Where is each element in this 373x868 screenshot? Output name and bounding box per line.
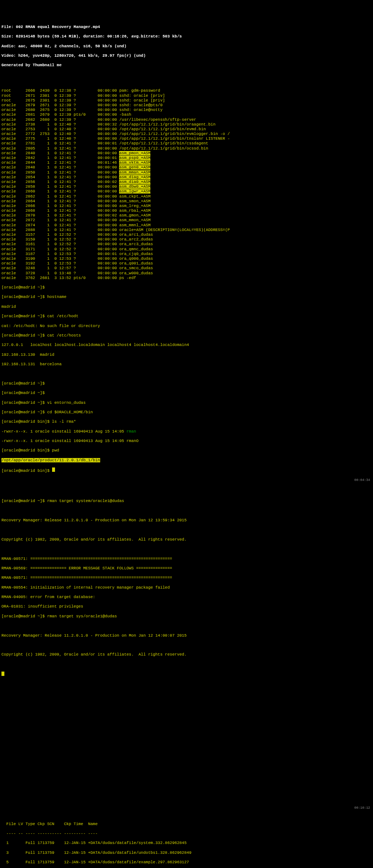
cursor-icon	[1, 672, 4, 676]
rman-release: Recovery Manager: Release 11.2.0.1.0 - P…	[1, 633, 372, 638]
ps-row: oracle 3161 1 0 12:52 ? 00:00:00 ora_arc…	[1, 242, 372, 247]
ps-row: oracle 2781 1 0 12:41 ? 00:00:01 /opt/ap…	[1, 141, 372, 146]
ora-error: ORA-01031: insufficient privileges	[1, 604, 372, 609]
hostname-output: madrid	[1, 304, 372, 309]
hosts-line: 127.0.0.1 localhost localhost.localdomai…	[1, 343, 372, 347]
thumb-timestamp: 00:04:34	[354, 478, 370, 482]
ps-row: oracle 2856 1 0 12:41 ? 00:00:02 asm_dia…	[1, 180, 372, 184]
prompt: [oracle@madrid ~]$	[1, 285, 372, 290]
blank	[1, 371, 372, 376]
size-line: Size: 62014148 bytes (59.14 MiB), durati…	[1, 34, 372, 39]
blank	[1, 643, 372, 648]
ps-row: oracle 2844 1 2 12:41 ? 00:01:46 asm_vkt…	[1, 160, 372, 165]
ps-row: oracle 2870 1 0 12:41 ? 00:00:02 asm_gmo…	[1, 213, 372, 218]
rman-error: RMAN-04005: error from target database:	[1, 595, 372, 600]
ps-row: oracle 2888 1 0 12:41 ? 00:00:00 oracle+…	[1, 228, 372, 232]
ps-row: oracle 2805 1 0 12:41 ? 00:00:00 /opt/ap…	[1, 146, 372, 151]
ps-row: oracle 3728 1 0 13:48 ? 00:00:00 ora_w00…	[1, 271, 372, 276]
ps-row: root 2675 2301 0 12:39 ? 00:00:00 sshd: …	[1, 98, 372, 103]
blank	[1, 527, 372, 532]
generated-line: Generated by Thumbnail me	[1, 63, 372, 68]
ps-row: oracle 2872 1 0 12:41 ? 00:00:00 asm_mmo…	[1, 218, 372, 223]
ps-row: oracle 2840 1 0 12:41 ? 00:00:00 asm_pmo…	[1, 151, 372, 156]
blank	[1, 662, 372, 667]
prompt: [oracle@madrid ~]$ hostname	[1, 295, 372, 299]
ps-row: oracle 3187 1 0 12:53 ? 00:00:01 ora_cjq…	[1, 252, 372, 256]
prompt: [oracle@madrid ~]$ vi entorno_dudas	[1, 401, 372, 405]
prompt: [oracle@madrid ~]$	[1, 391, 372, 395]
prompt: [oracle@madrid bin]$ ls -l rma*	[1, 419, 372, 424]
rman-error: RMAN-00554: initialization of internal r…	[1, 585, 372, 590]
ps-row: oracle 2772 2753 0 12:40 ? 00:00:00 /opt…	[1, 132, 372, 136]
hosts-line: 192.168.13.131 barcelona	[1, 362, 372, 367]
ps-row: oracle 2842 1 0 12:41 ? 00:00:01 asm_psp…	[1, 156, 372, 160]
separator: ---- -- ---- ---------- --------- ----	[1, 831, 372, 836]
ps-row: oracle 2854 1 0 12:41 ? 00:00:00 asm_dia…	[1, 175, 372, 180]
spacer	[0, 693, 373, 802]
terminal-thumb-1: root 2666 2430 0 12:38 ? 00:00:00 pam: g…	[0, 83, 373, 484]
ps-row: oracle 3762 2681 3 13:52 pts/0 00:00:00 …	[1, 276, 372, 280]
error-output: cat: /etc/hodt: No such file or director…	[1, 324, 372, 329]
ls-output: -rwxr-x--x. 1 oracle oinstall 16940413 A…	[1, 439, 372, 443]
thumb-timestamp: 00:10:12	[354, 806, 370, 810]
ps-row: root 2671 2301 0 12:39 ? 00:00:00 sshd: …	[1, 93, 372, 98]
ps-row: oracle 2738 1 0 12:40 ? 00:00:32 /opt/ap…	[1, 122, 372, 127]
ps-row: oracle 2860 1 0 12:41 ? 00:00:00 asm_lgw…	[1, 189, 372, 194]
ps-row: oracle 2864 1 0 12:41 ? 00:00:00 asm_smo…	[1, 199, 372, 204]
ps-row: root 2666 2430 0 12:38 ? 00:00:00 pam: g…	[1, 88, 372, 93]
ps-row: oracle 2753 1 0 12:40 ? 00:00:00 /opt/ap…	[1, 127, 372, 132]
ps-row: oracle 2775 1 0 12:40 ? 00:00:00 /opt/ap…	[1, 136, 372, 141]
audio-line: Audio: aac, 48000 Hz, 2 channels, s16, 5…	[1, 44, 372, 49]
prompt: [oracle@madrid bin]$	[1, 467, 372, 473]
prompt: [oracle@madrid ~]$ cat /etc/hodt	[1, 314, 372, 319]
ps-row: oracle 2868 1 0 12:41 ? 00:00:00 asm_rba…	[1, 208, 372, 213]
prompt: [oracle@madrid ~]$ cat /etc/hosts	[1, 333, 372, 338]
ps-output: root 2666 2430 0 12:38 ? 00:00:00 pam: g…	[1, 88, 372, 280]
backup-row: 5 Full 1713759 12-JAN-15 +DATA/dudas/dat…	[1, 860, 372, 865]
blank	[1, 547, 372, 552]
ps-row: oracle 2874 1 0 12:41 ? 00:00:00 asm_mmn…	[1, 223, 372, 228]
terminal-thumb-3: 00:10:12 File LV Type Ckp SCN Ckp Time N…	[0, 811, 373, 868]
backup-header: File LV Type Ckp SCN Ckp Time Name	[1, 822, 372, 827]
rman-error: RMAN-00571: ============================…	[1, 576, 372, 580]
copyright: Copyright (c) 1982, 2009, Oracle and/or …	[1, 537, 372, 542]
rman-error: RMAN-00569: =============== ERROR MESSAG…	[1, 566, 372, 571]
ps-row: oracle 2848 1 0 12:41 ? 00:00:00 asm_gen…	[1, 165, 372, 170]
ps-row: oracle 3171 1 0 12:52 ? 00:00:00 ora_qmn…	[1, 247, 372, 252]
ps-row: oracle 2682 2680 0 12:39 ? 00:00:00 /usr…	[1, 118, 372, 122]
ps-row: oracle 2680 2675 0 12:39 ? 00:00:00 sshd…	[1, 108, 372, 112]
backup-row: 3 Full 1713759 12-JAN-15 +DATA/dudas/dat…	[1, 851, 372, 855]
prompt: [oracle@madrid ~]$	[1, 381, 372, 386]
backup-row: 1 Full 1713759 12-JAN-15 +DATA/dudas/dat…	[1, 841, 372, 845]
terminal-thumb-2: [oracle@madrid ~]$ rman target system/or…	[0, 493, 373, 683]
ls-output: -rwxr-x--x. 1 oracle oinstall 16940413 A…	[1, 429, 372, 434]
ps-row: oracle 3157 1 0 12:52 ? 00:00:00 ora_arc…	[1, 232, 372, 237]
rman-error: RMAN-00571: ============================…	[1, 557, 372, 561]
ps-row: oracle 2850 1 0 12:41 ? 00:00:00 asm_mma…	[1, 170, 372, 175]
prompt: [oracle@madrid ~]$ rman target sys/oracl…	[1, 614, 372, 619]
ps-row: oracle 3159 1 0 12:52 ? 00:00:00 ora_arc…	[1, 237, 372, 242]
cursor-icon	[52, 467, 55, 472]
copyright: Copyright (c) 1982, 2009, Oracle and/or …	[1, 652, 372, 657]
hosts-line: 192.168.13.130 madrid	[1, 353, 372, 357]
blank	[1, 509, 372, 513]
ps-row: oracle 2858 1 0 12:41 ? 00:00:00 asm_dbw…	[1, 184, 372, 189]
video-metadata-header: File: 002 RMAN equal Recovery Manager.mp…	[0, 19, 373, 73]
ps-row: oracle 3248 1 0 12:57 ? 00:00:00 ora_smc…	[1, 266, 372, 271]
ps-row: oracle 3192 1 0 12:53 ? 00:00:00 ora_q00…	[1, 261, 372, 266]
ps-row: oracle 2681 2679 0 12:39 pts/0 00:00:00 …	[1, 112, 372, 117]
blank	[1, 624, 372, 628]
rman-release: Recovery Manager: Release 11.2.0.1.0 - P…	[1, 518, 372, 523]
file-line: File: 002 RMAN equal Recovery Manager.mp…	[1, 25, 372, 29]
video-line: Video: h264, yuv420p, 1280x720, 441 kb/s…	[1, 53, 372, 58]
prompt: [oracle@madrid ~]$ rman target system/or…	[1, 499, 372, 503]
pwd-output: /opt/app/oracle/product/11.2.0.1/db_1/bi…	[1, 458, 372, 463]
cursor	[1, 672, 372, 677]
ps-row: oracle 2679 2671 0 12:39 ? 00:00:00 sshd…	[1, 103, 372, 108]
ps-row: oracle 2866 1 0 12:41 ? 00:00:00 asm_lre…	[1, 204, 372, 208]
ps-row: oracle 2862 1 0 12:41 ? 00:00:00 asm_ckp…	[1, 194, 372, 199]
ps-row: oracle 3190 1 0 12:53 ? 00:00:00 ora_q00…	[1, 256, 372, 261]
prompt: [oracle@madrid ~]$ cd $ORACLE_HOME/bin	[1, 410, 372, 415]
prompt: [oracle@madrid bin]$ pwd	[1, 448, 372, 453]
